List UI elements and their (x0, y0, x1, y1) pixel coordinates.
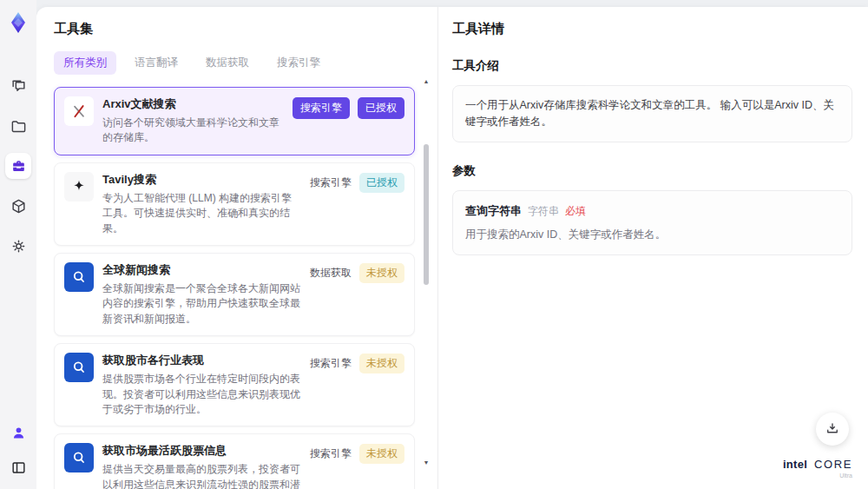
category-badge: 搜索引擎 (310, 446, 352, 461)
auth-status-badge: 已授权 (358, 97, 404, 119)
folder-icon[interactable] (5, 113, 31, 139)
intro-heading: 工具介绍 (452, 58, 852, 74)
param-name: 查询字符串 (465, 202, 522, 220)
tool-card-global-news[interactable]: 全球新闻搜索 全球新闻搜索是一个聚合全球各大新闻网站内容的搜索引擎，帮助用户快速… (54, 253, 415, 336)
blue-magnifier-icon (64, 353, 94, 382)
auth-status-badge: 未授权 (359, 444, 404, 464)
category-badge: 搜索引擎 (293, 97, 350, 119)
tool-list-panel: 工具集 所有类别 语言翻译 数据获取 搜索引擎 A (36, 7, 438, 489)
tool-name: Arxiv文献搜索 (102, 96, 284, 112)
tab-language-translation[interactable]: 语言翻译 (125, 51, 187, 75)
tool-description: 提供股票市场各个行业在特定时间段内的表现。投资者可以利用这些信息来识别表现优于或… (102, 372, 301, 417)
arxiv-logo-icon (64, 96, 94, 126)
intel-brand-text: intel (783, 458, 807, 471)
category-badge: 搜索引擎 (310, 175, 352, 190)
tool-description: 专为人工智能代理 (LLM) 构建的搜索引擎工具。可快速提供实时、准确和真实的结… (102, 191, 301, 236)
tab-data-fetch[interactable]: 数据获取 (196, 51, 259, 75)
detail-title: 工具详情 (452, 21, 852, 37)
tool-name: Tavily搜索 (102, 172, 301, 188)
category-tabs: 所有类别 语言翻译 数据获取 搜索引擎 (54, 51, 415, 75)
param-description: 用于搜索的Arxiv ID、关键字或作者姓名。 (465, 227, 839, 243)
tool-description: 全球新闻搜索是一个聚合全球各大新闻网站内容的搜索引擎，帮助用户快速获取全球最新资… (102, 281, 301, 327)
tool-card-arxiv[interactable]: Arxiv文献搜索 访问各个研究领域大量科学论文和文章的存储库。 搜索引擎 已授… (54, 87, 415, 155)
blue-magnifier-icon (64, 262, 94, 292)
intel-core-logo: intel CORE Ultra (783, 456, 852, 479)
blue-magnifier-icon (64, 443, 94, 472)
tool-card-sector-performance[interactable]: 获取股市各行业表现 提供股票市场各个行业在特定时间段内的表现。投资者可以利用这些… (54, 343, 415, 426)
auth-status-badge: 未授权 (359, 263, 404, 283)
intel-ultra-text: Ultra (783, 472, 852, 479)
param-required-label: 必填 (565, 203, 586, 219)
intel-core-text: CORE (814, 458, 852, 471)
tool-detail-panel: 工具详情 工具介绍 一个用于从Arxiv存储库搜索科学论文和文章的工具。 输入可… (438, 7, 868, 489)
category-badge: 搜索引擎 (310, 356, 352, 371)
collapse-panel-icon[interactable] (5, 454, 31, 480)
tool-card-most-active-stocks[interactable]: 获取市场最活跃股票信息 提供当天交易量最高的股票列表，投资者可以利用这些信息来识… (54, 433, 415, 489)
scrollbar-thumb[interactable] (424, 144, 429, 285)
intro-box: 一个用于从Arxiv存储库搜索科学论文和文章的工具。 输入可以是Arxiv ID… (452, 85, 852, 142)
chat-icon[interactable] (5, 73, 31, 99)
tool-description: 提供当天交易量最高的股票列表，投资者可以利用这些信息来识别流动性强的股票和潜在的… (102, 462, 301, 489)
param-box: 查询字符串 字符串 必填 用于搜索的Arxiv ID、关键字或作者姓名。 (452, 190, 852, 255)
scrollbar-up-arrow[interactable]: ▲ (423, 78, 430, 85)
tool-card-tavily[interactable]: Tavily搜索 专为人工智能代理 (LLM) 构建的搜索引擎工具。可快速提供实… (54, 162, 415, 246)
tavily-star-icon (64, 172, 94, 202)
param-type: 字符串 (528, 203, 559, 219)
left-sidebar (0, 0, 36, 489)
main-content: 工具集 所有类别 语言翻译 数据获取 搜索引擎 A (36, 7, 868, 489)
params-heading: 参数 (452, 163, 852, 179)
package-cube-icon[interactable] (5, 193, 31, 219)
tab-search-engine[interactable]: 搜索引擎 (267, 51, 330, 75)
intro-text: 一个用于从Arxiv存储库搜索科学论文和文章的工具。 输入可以是Arxiv ID… (465, 99, 834, 128)
settings-gear-icon[interactable] (5, 233, 31, 259)
app-logo-icon[interactable] (6, 10, 30, 35)
tool-description: 访问各个研究领域大量科学论文和文章的存储库。 (102, 116, 284, 146)
tool-list: Arxiv文献搜索 访问各个研究领域大量科学论文和文章的存储库。 搜索引擎 已授… (54, 87, 415, 489)
tool-name: 全球新闻搜索 (102, 262, 301, 278)
app-window: 工具集 所有类别 语言翻译 数据获取 搜索引擎 A (0, 0, 868, 489)
auth-status-badge: 已授权 (359, 173, 404, 193)
page-title: 工具集 (54, 21, 415, 37)
category-badge: 数据获取 (310, 266, 352, 281)
auth-status-badge: 未授权 (359, 354, 404, 373)
tool-name: 获取市场最活跃股票信息 (102, 443, 301, 459)
list-scrollbar[interactable]: ▲ ▼ (423, 78, 430, 466)
user-avatar-icon[interactable] (5, 420, 31, 446)
toolbox-icon-active[interactable] (5, 153, 31, 179)
download-button[interactable] (816, 413, 849, 446)
tool-name: 获取股市各行业表现 (102, 353, 301, 368)
scrollbar-down-arrow[interactable]: ▼ (423, 459, 430, 466)
tab-all-categories[interactable]: 所有类别 (54, 51, 116, 75)
